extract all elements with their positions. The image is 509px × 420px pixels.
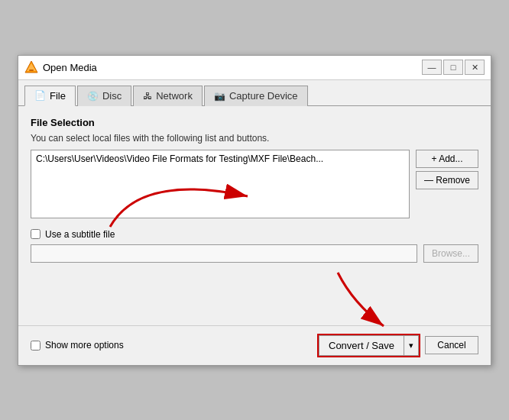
network-tab-icon: 🖧: [143, 91, 152, 102]
convert-save-group: Convert / Save ▾: [317, 334, 420, 357]
disc-tab-icon: 💿: [87, 91, 99, 102]
title-bar: Open Media — □ ✕: [18, 56, 491, 80]
title-bar-left: Open Media: [24, 60, 97, 74]
minimize-button[interactable]: —: [422, 60, 442, 75]
tab-capture-label: Capture Device: [229, 90, 298, 102]
section-description: You can select local files with the foll…: [31, 133, 478, 144]
section-label: File Selection: [31, 117, 478, 128]
remove-button[interactable]: — Remove: [416, 171, 478, 189]
vlc-icon: [24, 60, 38, 74]
capture-tab-icon: 📷: [214, 91, 225, 102]
tab-file-label: File: [50, 90, 66, 102]
add-button[interactable]: + Add...: [416, 150, 478, 168]
convert-save-dropdown[interactable]: ▾: [404, 335, 419, 356]
restore-button[interactable]: □: [443, 60, 463, 75]
tab-disc[interactable]: 💿 Disc: [77, 86, 131, 106]
tab-capture[interactable]: 📷 Capture Device: [204, 86, 308, 106]
spacer: [31, 269, 478, 315]
browse-button[interactable]: Browse...: [423, 244, 478, 263]
bottom-buttons: Convert / Save ▾ Cancel: [317, 334, 478, 357]
tab-network[interactable]: 🖧 Network: [133, 86, 203, 106]
tab-bar: 📄 File 💿 Disc 🖧 Network 📷 Capture Device: [18, 80, 491, 106]
show-more-checkbox[interactable]: [31, 341, 41, 351]
file-buttons: + Add... — Remove: [416, 150, 478, 218]
show-more-label[interactable]: Show more options: [45, 340, 124, 351]
open-media-dialog: Open Media — □ ✕ 📄 File 💿 Disc 🖧 Network…: [18, 55, 491, 366]
bottom-bar: Show more options Convert / Save ▾ Cance…: [18, 325, 491, 365]
file-list-item: C:\Users\User\Videos\Video File Formats …: [36, 153, 404, 164]
file-list-box[interactable]: C:\Users\User\Videos\Video File Formats …: [31, 150, 410, 218]
convert-save-button[interactable]: Convert / Save: [319, 335, 404, 356]
tab-file[interactable]: 📄 File: [24, 86, 76, 106]
subtitle-input[interactable]: [31, 244, 417, 263]
close-button[interactable]: ✕: [465, 60, 485, 75]
subtitle-checkbox-row: Use a subtitle file: [31, 229, 478, 240]
subtitle-checkbox[interactable]: [31, 229, 41, 239]
tab-disc-label: Disc: [102, 90, 122, 102]
tab-network-label: Network: [156, 90, 193, 102]
cancel-button[interactable]: Cancel: [425, 336, 478, 354]
subtitle-input-row: Browse...: [31, 244, 478, 263]
file-tab-icon: 📄: [34, 90, 46, 101]
title-bar-controls: — □ ✕: [422, 60, 485, 75]
subtitle-checkbox-label[interactable]: Use a subtitle file: [45, 229, 115, 240]
window-title: Open Media: [43, 62, 97, 73]
svg-rect-2: [29, 69, 34, 71]
main-content: File Selection You can select local file…: [18, 106, 491, 325]
file-selection-area: C:\Users\User\Videos\Video File Formats …: [31, 150, 478, 218]
show-more-row: Show more options: [31, 340, 124, 351]
